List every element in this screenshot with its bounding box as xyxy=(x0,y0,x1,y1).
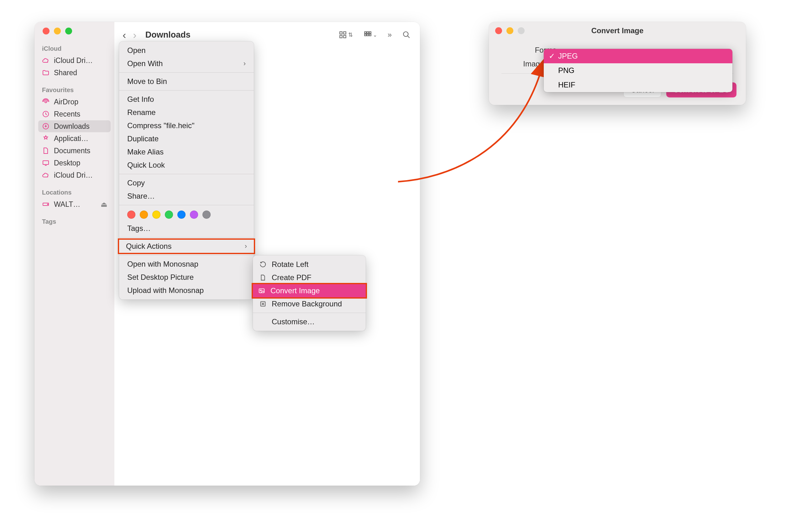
drive-icon xyxy=(41,200,50,209)
svg-point-18 xyxy=(260,290,261,291)
sidebar-section-favourites: Favourites xyxy=(35,84,114,96)
context-menu: Open Open With› Move to Bin Get Info Ren… xyxy=(119,41,254,300)
tag-color-row xyxy=(119,207,254,222)
svg-rect-6 xyxy=(340,32,342,34)
tag-purple[interactable] xyxy=(190,211,198,219)
submenu-rotate-left[interactable]: Rotate Left xyxy=(253,258,366,271)
tag-yellow[interactable] xyxy=(152,211,161,219)
sidebar-item-shared[interactable]: Shared xyxy=(38,67,111,79)
svg-rect-7 xyxy=(343,32,346,34)
submenu-convert-image[interactable]: Convert Image xyxy=(252,283,367,299)
menu-rename[interactable]: Rename xyxy=(119,106,254,119)
menu-copy[interactable]: Copy xyxy=(119,176,254,190)
dialog-titlebar: Convert Image xyxy=(489,22,746,39)
sidebar-item-airdrop[interactable]: AirDrop xyxy=(38,96,111,108)
submenu-customise[interactable]: Customise… xyxy=(253,315,366,328)
menu-duplicate[interactable]: Duplicate xyxy=(119,132,254,145)
finder-sidebar: iCloud iCloud Dri… Shared Favourites Air… xyxy=(35,22,114,486)
sidebar-item-recents[interactable]: Recents xyxy=(38,108,111,120)
menu-separator xyxy=(119,205,254,205)
svg-point-0 xyxy=(45,101,47,103)
menu-quick-actions[interactable]: Quick Actions› xyxy=(118,239,255,254)
sidebar-item-icloud-drive[interactable]: iCloud Dri… xyxy=(38,55,111,66)
menu-make-alias[interactable]: Make Alias xyxy=(119,145,254,158)
close-window-button[interactable] xyxy=(43,27,50,35)
quick-actions-submenu: Rotate Left Create PDF Convert Image Rem… xyxy=(253,255,366,331)
svg-rect-12 xyxy=(369,32,371,33)
sidebar-item-walt-drive[interactable]: WALT… ⏏ xyxy=(38,198,111,210)
chevron-down-icon: ⌄ xyxy=(373,32,377,38)
tag-blue[interactable] xyxy=(177,211,186,219)
menu-quick-look[interactable]: Quick Look xyxy=(119,158,254,172)
svg-rect-15 xyxy=(369,34,371,36)
sidebar-item-applications[interactable]: Applicati… xyxy=(38,133,111,145)
sidebar-item-desktop[interactable]: Desktop xyxy=(38,157,111,169)
sidebar-item-label: Recents xyxy=(54,110,80,118)
nav-arrows: ‹ › xyxy=(121,29,138,41)
menu-upload-monosnap[interactable]: Upload with Monosnap xyxy=(119,284,254,297)
submenu-remove-background[interactable]: Remove Background xyxy=(253,297,366,310)
menu-set-desktop-picture[interactable]: Set Desktop Picture xyxy=(119,271,254,284)
menu-share[interactable]: Share… xyxy=(119,190,254,203)
menu-separator xyxy=(119,255,254,255)
maximize-window-button[interactable] xyxy=(65,27,72,35)
sidebar-item-label: Applicati… xyxy=(54,134,88,143)
submenu-create-pdf[interactable]: Create PDF xyxy=(253,271,366,284)
location-title: Downloads xyxy=(146,30,191,40)
document-icon xyxy=(259,273,267,282)
dropdown-option-png[interactable]: PNG xyxy=(544,63,732,78)
sidebar-item-icloud-drive-2[interactable]: iCloud Dri… xyxy=(38,169,111,181)
menu-tags[interactable]: Tags… xyxy=(119,222,254,235)
sidebar-section-tags: Tags xyxy=(35,216,114,227)
sidebar-item-label: Desktop xyxy=(54,159,80,167)
sidebar-item-label: iCloud Dri… xyxy=(54,56,93,65)
svg-rect-3 xyxy=(43,161,49,165)
svg-rect-14 xyxy=(367,34,368,36)
submenu-label: Customise… xyxy=(272,317,315,326)
cloud-icon xyxy=(41,171,50,179)
sidebar-item-label: Documents xyxy=(54,147,90,155)
menu-open-monosnap[interactable]: Open with Monosnap xyxy=(119,258,254,271)
menu-open-with[interactable]: Open With› xyxy=(119,57,254,70)
eject-icon[interactable]: ⏏ xyxy=(100,200,108,209)
cloud-icon xyxy=(41,56,50,65)
svg-point-5 xyxy=(47,204,48,205)
forward-button[interactable]: › xyxy=(131,29,138,41)
svg-rect-13 xyxy=(364,34,366,36)
search-button[interactable] xyxy=(399,29,414,41)
submenu-label: Rotate Left xyxy=(272,260,308,269)
tag-gray[interactable] xyxy=(203,211,211,219)
clock-icon xyxy=(41,110,50,118)
sidebar-item-label: Downloads xyxy=(54,122,90,131)
menu-separator xyxy=(119,72,254,73)
minimize-window-button[interactable] xyxy=(54,27,61,35)
sidebar-item-downloads[interactable]: Downloads xyxy=(38,120,111,132)
tag-green[interactable] xyxy=(165,211,173,219)
sidebar-item-documents[interactable]: Documents xyxy=(38,145,111,157)
group-button[interactable]: ⌄ xyxy=(360,29,380,41)
menu-open[interactable]: Open xyxy=(119,44,254,57)
sidebar-item-label: WALT… xyxy=(54,200,80,209)
desktop-icon xyxy=(41,158,50,167)
sidebar-section-locations: Locations xyxy=(35,187,114,198)
dropdown-option-heif[interactable]: HEIF xyxy=(544,78,732,92)
dropdown-option-jpeg[interactable]: JPEG xyxy=(544,49,732,63)
apps-icon xyxy=(41,134,50,143)
submenu-label: Create PDF xyxy=(272,273,312,282)
menu-get-info[interactable]: Get Info xyxy=(119,93,254,106)
remove-bg-icon xyxy=(259,300,267,308)
sidebar-item-label: Shared xyxy=(54,69,77,77)
sidebar-section-icloud: iCloud xyxy=(35,43,114,54)
back-button[interactable]: ‹ xyxy=(121,29,128,41)
submenu-label: Remove Background xyxy=(272,300,342,308)
download-icon xyxy=(41,122,50,131)
tag-red[interactable] xyxy=(127,211,135,219)
rotate-icon xyxy=(259,260,267,269)
view-icon-grid-button[interactable]: ⇅ xyxy=(336,29,356,41)
sidebar-item-label: AirDrop xyxy=(54,98,78,106)
more-button[interactable]: » xyxy=(384,28,395,41)
menu-compress[interactable]: Compress "file.heic" xyxy=(119,119,254,132)
svg-rect-11 xyxy=(367,32,368,33)
tag-orange[interactable] xyxy=(140,211,148,219)
menu-move-to-bin[interactable]: Move to Bin xyxy=(119,75,254,88)
